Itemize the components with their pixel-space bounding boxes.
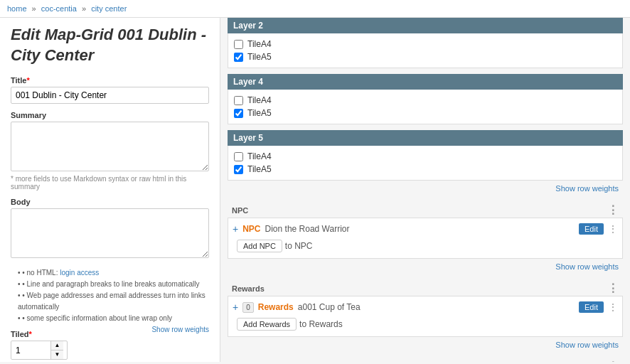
breadcrumb: home » coc-centia » city center (0, 0, 630, 18)
layer4-item-1: TileA5 (234, 107, 616, 119)
layer2-item-label-0: TileA4 (247, 39, 272, 49)
layer5-section: Layer 5 TileA4 TileA5 Show row weights (228, 130, 623, 196)
layer5-body: TileA4 TileA5 (228, 146, 623, 181)
layer5-item-1: TileA5 (234, 163, 616, 176)
rewards-item-id-0: 0 (242, 302, 254, 313)
body-textarea[interactable] (11, 208, 209, 258)
rewards-show-more-btn[interactable]: Show row weights (555, 341, 619, 349)
layer2-section: Layer 2 TileA4 TileA5 (228, 18, 623, 68)
about-text-formats-link[interactable]: Show row weights (151, 324, 209, 336)
rewards-item-0: + 0 Rewards a001 Cup of Tea Edit ⋮ (233, 299, 618, 315)
npc-show-more: Show row weights (228, 259, 623, 274)
title-field-group: Title* (11, 76, 209, 104)
add-rewards-btn[interactable]: Add Rewards (237, 318, 297, 331)
rewards-add-to-label: to Rewards (299, 319, 343, 329)
layer4-item-label-1: TileA5 (247, 108, 272, 118)
rewards-section: Rewards ⋮ + 0 Rewards a001 Cup of Tea Ed… (228, 280, 623, 353)
npc-add-row: Add NPC to NPC (233, 237, 618, 255)
title-label: Title* (11, 76, 209, 85)
rewards-item-plus-0[interactable]: + (233, 301, 238, 313)
summary-field-group: Summary * more fields to use Markdown sy… (11, 111, 209, 191)
tiled-spinner: ▲ ▼ (50, 341, 63, 359)
body-field-group: Body (11, 198, 209, 260)
layer4-item-0: TileA4 (234, 94, 616, 107)
layer5-item-label-0: TileA4 (247, 151, 272, 161)
summary-label: Summary (11, 111, 209, 119)
layer2-item-label-1: TileA5 (247, 52, 272, 62)
layer4-section: Layer 4 TileA4 TileA5 (228, 74, 623, 124)
tiled-down-btn[interactable]: ▼ (50, 350, 63, 359)
left-panel: Edit Map-Grid 001 Dublin - City Center T… (0, 18, 220, 362)
npc-body: + NPC Dion the Road Warrior Edit ⋮ Add N… (228, 218, 623, 259)
body-label: Body (11, 198, 209, 206)
mob-section: Mob ⋮ + 0 Mob Green Zombie, grrr Edit ⋮ … (228, 358, 623, 362)
layer5-show-more: Show row weights (228, 181, 623, 196)
layer5-item-0: TileA4 (234, 150, 616, 163)
summary-hint: * more fields to use Markdown syntax or … (11, 175, 209, 191)
layer4-body: TileA4 TileA5 (228, 90, 623, 124)
page-title: Edit Map-Grid 001 Dublin - City Center (11, 25, 209, 65)
layer2-header[interactable]: Layer 2 (228, 18, 623, 33)
rewards-add-row: Add Rewards to Rewards (233, 315, 618, 333)
npc-show-more-btn[interactable]: Show row weights (555, 262, 619, 271)
npc-add-to-label: to NPC (285, 241, 313, 251)
summary-textarea[interactable] (11, 122, 209, 171)
breadcrumb-home[interactable]: home (7, 4, 27, 13)
layer4-check-0[interactable] (234, 96, 243, 105)
breadcrumb-sep2: » (82, 4, 86, 13)
login-link[interactable]: login access (60, 269, 99, 277)
format-hints: • no HTML: login access • Line and parag… (11, 267, 209, 324)
layer2-check-1[interactable] (234, 53, 243, 62)
format-hint-2: • Line and paragraph breaks to line brea… (11, 279, 209, 290)
title-input[interactable] (11, 87, 209, 104)
rewards-item-label-0: Rewards (258, 302, 294, 312)
layer4-header[interactable]: Layer 4 (228, 74, 623, 90)
rewards-item-dots-0[interactable]: ⋮ (608, 301, 618, 313)
npc-item-plus-0[interactable]: + (233, 223, 238, 235)
rewards-edit-btn-0[interactable]: Edit (579, 301, 604, 313)
npc-header: NPC ⋮ (228, 202, 623, 218)
rewards-item-desc-0: a001 Cup of Tea (298, 302, 575, 312)
npc-item-dots-0[interactable]: ⋮ (608, 223, 618, 235)
mob-header: Mob ⋮ (228, 358, 623, 362)
layer5-check-0[interactable] (234, 152, 243, 161)
layer2-item-1: TileA5 (234, 50, 616, 63)
npc-item-label-0: NPC (242, 224, 260, 234)
right-panel: Layer 2 TileA4 TileA5 Layer 4 (220, 18, 630, 362)
add-npc-btn[interactable]: Add NPC (237, 240, 282, 252)
breadcrumb-city[interactable]: city center (91, 4, 127, 13)
rewards-body: + 0 Rewards a001 Cup of Tea Edit ⋮ Add R… (228, 296, 623, 337)
format-hint-4: • some specific information about line w… (11, 313, 209, 324)
layer5-check-1[interactable] (234, 165, 243, 174)
layer4-label: Layer 4 (233, 77, 263, 87)
rewards-label: Rewards (232, 284, 265, 293)
npc-item-0: + NPC Dion the Road Warrior Edit ⋮ (233, 221, 618, 237)
format-hint-3: • Web page addresses and email addresses… (11, 290, 209, 313)
layer2-body: TileA4 TileA5 (228, 33, 623, 68)
tiled-up-btn[interactable]: ▲ (50, 341, 63, 350)
breadcrumb-coc[interactable]: coc-centia (41, 4, 77, 13)
rewards-show-more: Show row weights (228, 337, 623, 353)
layer5-item-label-1: TileA5 (247, 164, 272, 174)
tiled-input-wrap: ▲ ▼ (11, 341, 68, 360)
layer4-item-label-0: TileA4 (247, 95, 272, 105)
breadcrumb-sep1: » (32, 4, 36, 13)
layer5-label: Layer 5 (233, 133, 263, 143)
format-hint-1: • no HTML: login access (11, 267, 209, 279)
layer2-item-0: TileA4 (234, 38, 616, 50)
npc-label: NPC (232, 206, 248, 215)
rewards-header: Rewards ⋮ (228, 280, 623, 296)
tiled-input[interactable] (11, 341, 50, 359)
layer2-check-0[interactable] (234, 40, 243, 49)
npc-section: NPC ⋮ + NPC Dion the Road Warrior Edit ⋮… (228, 202, 623, 274)
npc-edit-btn-0[interactable]: Edit (579, 223, 604, 235)
npc-dots-menu[interactable]: ⋮ (607, 205, 619, 216)
rewards-dots-menu[interactable]: ⋮ (607, 283, 619, 294)
npc-item-desc-0: Dion the Road Warrior (265, 224, 575, 234)
layer5-show-more-btn[interactable]: Show row weights (555, 184, 619, 193)
layer2-label: Layer 2 (233, 21, 263, 31)
layer5-header[interactable]: Layer 5 (228, 130, 623, 146)
mob-dots-menu[interactable]: ⋮ (607, 361, 619, 362)
layer4-check-1[interactable] (234, 109, 243, 118)
